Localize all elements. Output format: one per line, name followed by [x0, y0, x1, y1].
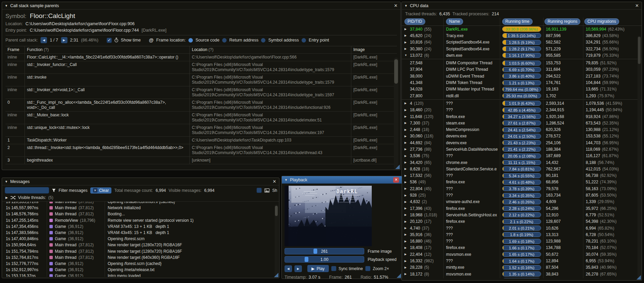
callstack-row[interactable]: inline std::_Mutex_base::lock C:\Program… [5, 112, 397, 124]
zoom-2x-label[interactable]: Zoom 2× [373, 266, 389, 271]
expand-icon[interactable]: ▶ [404, 260, 408, 263]
cpu-row[interactable]: 27,800 ntdll.dll 25.93 ms (0.00%) 1,702 … [402, 93, 642, 99]
column-location[interactable]: Location (?) [189, 46, 351, 53]
prev-parent-button[interactable]: ◀ [41, 37, 47, 43]
expand-icon[interactable]: ▶ [404, 174, 408, 177]
cpu-row[interactable]: 37,904 DWM LPC Port Thread 6.69 s (0.70%… [402, 66, 642, 73]
cpu-row[interactable]: 27,548 DWM Compositor Thread 1:03.5 (6.6… [402, 60, 642, 66]
cpu-row[interactable]: ▶ 17,396 (43) firefox.exe 2.28 s (0.24%)… [402, 205, 642, 212]
collapse-icon[interactable]: ▼ [5, 4, 8, 7]
scrollbar-thumb[interactable] [638, 37, 641, 64]
cpu-row[interactable]: ▶ 30,060 (116) devenv.exe 24.01 s (2.50%… [402, 133, 642, 139]
cpu-row[interactable]: ▶ 45,620 (24) Tracy.exe 1:39.5 (10.34%) … [402, 32, 642, 39]
clear-button[interactable]: ✕ Clear [90, 187, 112, 194]
cpu-row[interactable]: ▶ 30,380 (24) ScriptedSandbox64.exe 1:28… [402, 46, 642, 52]
expand-icon[interactable]: ▶ [404, 167, 408, 170]
playback-speed-slider[interactable]: 1.00 [285, 256, 364, 263]
cpu-row[interactable]: ▶ 4,740 (37) ??? 2.01 s (0.21%) 10,626 6… [402, 225, 642, 231]
cpu-row[interactable]: 38,000 uDWM Event Thread 3.86 s (0.40%) … [402, 73, 642, 79]
scrollbar-thumb[interactable] [394, 59, 398, 84]
cpu-row[interactable]: ▶ 37,840 (55) DarkRL.exe 33:30.8 (208.96… [402, 26, 642, 32]
callstack-row[interactable]: 3 beginthreadex [unknown] [ucrtbase.dll] [5, 157, 397, 164]
callstack-row[interactable]: inline std::invoke C:\Program Files (x86… [5, 74, 397, 86]
frame-image-slider[interactable]: 261 [285, 248, 364, 254]
cpu-row[interactable]: ▶ 4 (120) ??? 1:01.9 (6.43%) 2,593,314 1… [402, 100, 642, 106]
cpu-row[interactable]: ▶ 16,880 (46) ??? 1.69 s (0.18%) 123,988… [402, 238, 642, 245]
show-time-label[interactable]: Show time [121, 38, 141, 43]
cpu-row[interactable]: ▶ 7,300 (37) steam.exe 27.61 s (2.87%) 1… [402, 120, 642, 126]
visible-threads-row[interactable]: ▶ Visible threads: (5) [2, 195, 279, 201]
close-icon[interactable]: ✕ [394, 3, 398, 8]
expand-icon[interactable]: ▶ [404, 115, 408, 118]
expand-icon[interactable]: ▶ [404, 246, 408, 249]
cpu-row[interactable]: ▶ 928 (25) ??? 3.34 s (0.35%) 163,734 87… [402, 192, 642, 198]
sync-timeline-label[interactable]: Sync timeline [339, 266, 363, 271]
message-row[interactable]: 1s 145,557,997ns Main thread (37,812) Ne… [2, 205, 279, 211]
sync-timeline-checkbox[interactable] [331, 266, 336, 271]
cpu-row[interactable]: ▶ 2,448 (18) MemCompression 24.41 s (2.5… [402, 126, 642, 133]
message-row[interactable]: 1s 147,354,456ns Game (36,912) VRAM 37x4… [2, 223, 279, 230]
expand-icon[interactable]: ▶ [404, 266, 408, 269]
callstack-row[interactable]: inline std::unique_lock<std::mutex>::loc… [5, 124, 397, 137]
column-running-regions[interactable]: Running regions [545, 18, 580, 25]
callstack-row[interactable]: inline std::_Invoker_ret<void,1>::_Call … [5, 86, 397, 99]
radio-return-address[interactable] [222, 38, 227, 43]
radio-symbol-address[interactable] [261, 38, 265, 43]
expand-icon[interactable]: ▶ [404, 272, 408, 276]
message-row[interactable]: 1s 120,335,272ns Main thread (37,812) Op… [2, 201, 279, 205]
callstack-row[interactable]: inline Floor::CalcLight::__l4::<lambda_5… [5, 54, 397, 61]
message-row[interactable]: 1s 152,764,817ns Main thread (37,812) Ne… [2, 254, 279, 261]
message-row[interactable]: 1s 151,754,784ns Main thread (37,812) Ne… [2, 248, 279, 254]
message-row[interactable]: 1s 152,776,777ns Game (36,912) Opening /… [2, 261, 279, 267]
close-icon[interactable]: ✕ [635, 3, 639, 8]
column-pid-tid[interactable]: PID/TID [404, 18, 425, 25]
expand-icon[interactable]: ▶ [404, 34, 408, 37]
cpu-row[interactable]: ▶ 8,628 (18) StandardCollector.Service.e… [402, 166, 642, 172]
radio-source-code[interactable] [188, 38, 193, 43]
cpu-row[interactable]: ▶ 4,632 (2) vmware-authd.exe 2.46 s (0.2… [402, 199, 642, 205]
collapse-icon[interactable]: ▼ [285, 178, 288, 182]
expand-icon[interactable]: ▶ [404, 28, 408, 31]
cpu-row[interactable]: ▶ 18,460 (20) ??? 42.85 s (4.45%) 2,344,… [402, 107, 642, 113]
expand-icon[interactable]: ▶ [404, 213, 408, 216]
expand-icon[interactable]: ▶ [404, 227, 408, 230]
expand-icon[interactable]: ▶ [404, 154, 408, 157]
expand-icon[interactable]: ▶ [404, 141, 408, 144]
message-row[interactable]: 1s 147,255,145ns RemoteView (18,796) Rem… [2, 217, 279, 223]
cpu-row[interactable]: ▼ 13,072 (6) dwm.exe 1:16.1 (7.90%) 955,… [402, 52, 642, 59]
expand-icon[interactable]: ▶ [404, 41, 408, 44]
resize-grip[interactable] [274, 273, 278, 277]
expand-icon[interactable]: ▶ [404, 253, 408, 256]
expand-icon[interactable]: ▶ [5, 196, 8, 199]
column-frame[interactable]: Frame [5, 46, 25, 53]
cpu-row[interactable]: ▶ 34,420 (65) chrome.exe 11.11 s (1.15%)… [402, 159, 642, 166]
message-row[interactable]: 1s 153,116,37ns Game (36,912) Intro menu… [2, 273, 279, 277]
next-parent-button[interactable]: ▶ [61, 37, 67, 43]
cpu-row[interactable] [402, 277, 642, 278]
column-image[interactable]: Image [351, 46, 387, 53]
cpu-row[interactable]: ▶ 27,736 (88) ServiceHub.DataWarehouse 2… [402, 146, 642, 152]
expand-icon[interactable]: ▶ [404, 128, 408, 131]
message-row[interactable]: 1s 147,383,566ns Game (36,912) VRAM 43x4… [2, 230, 279, 236]
filter-input[interactable] [5, 187, 49, 194]
expand-icon[interactable]: ▶ [404, 207, 408, 210]
play-button[interactable]: ▶ Play [307, 265, 329, 272]
collapse-icon[interactable]: ▼ [404, 4, 408, 7]
expand-icon[interactable]: ▶ [404, 220, 408, 223]
cpu-row[interactable]: 34,028 DWM Master Input Thread 799.64 ms… [402, 86, 642, 93]
messages-scrollbar[interactable] [275, 204, 278, 277]
column-cpu-migrations[interactable]: CPU migrations [584, 18, 619, 25]
show-images-checkbox[interactable] [257, 188, 262, 193]
cpu-row[interactable]: ▶ 18,968 (1,018) ServiceHub.SettingsHost… [402, 212, 642, 218]
zoom-2x-checkbox[interactable] [365, 266, 370, 271]
callstack-row[interactable]: 1 TaskDispatch::Worker C:\Users\wolf\Des… [5, 137, 397, 144]
expand-icon[interactable]: ▶ [404, 194, 408, 197]
expand-icon[interactable]: ▼ [404, 54, 408, 57]
scrollbar-thumb[interactable] [275, 206, 278, 216]
cpu-row[interactable]: ▶ 3,536 (75) ??? 20.05 s (2.08%) 187,689… [402, 153, 642, 159]
cpu-row[interactable]: 41,348 DWM Token Thread 1.21 s (0.13%) 1… [402, 79, 642, 86]
collapse-icon[interactable]: ▼ [5, 180, 8, 183]
expand-icon[interactable]: ▶ [404, 135, 408, 138]
callstack-row[interactable]: inline std::_Invoker_functor::_Call C:\P… [5, 61, 397, 74]
cpu-row[interactable]: ▶ 536 (49) firefox.exe 4.61 s (0.48%) 68… [402, 179, 642, 185]
